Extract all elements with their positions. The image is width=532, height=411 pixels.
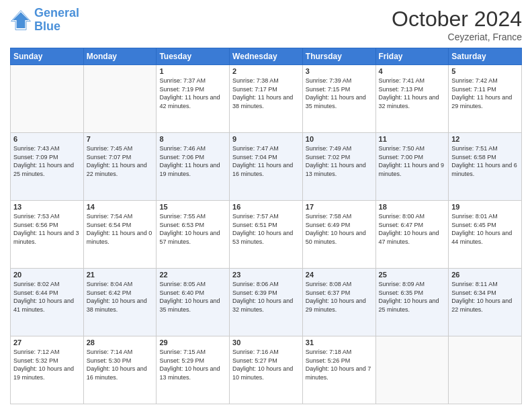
sunrise: Sunrise: 8:02 AM: [13, 281, 60, 287]
sunrise: Sunrise: 8:09 AM: [379, 281, 425, 287]
daylight: Daylight: 11 hours and 22 minutes.: [87, 162, 147, 177]
week-row-1: 1Sunrise: 7:37 AMSunset: 7:19 PMDaylight…: [11, 65, 522, 133]
daylight: Daylight: 11 hours and 42 minutes.: [159, 94, 220, 109]
daylight: Daylight: 10 hours and 7 minutes.: [306, 365, 371, 381]
sunset: Sunset: 7:11 PM: [451, 86, 496, 93]
sunrise: Sunrise: 7:37 AM: [159, 77, 206, 84]
sunrise: Sunrise: 7:14 AM: [87, 349, 133, 355]
calendar-cell: [449, 336, 522, 404]
sunrise: Sunrise: 7:12 AM: [13, 349, 60, 355]
day-number: 4: [379, 67, 446, 75]
calendar-cell: 3Sunrise: 7:39 AMSunset: 7:15 PMDaylight…: [302, 65, 375, 133]
calendar-cell: 20Sunrise: 8:02 AMSunset: 6:44 PMDayligh…: [11, 269, 84, 336]
calendar-cell: 30Sunrise: 7:16 AMSunset: 5:27 PMDayligh…: [230, 336, 303, 404]
day-info: Sunrise: 7:55 AMSunset: 6:53 PMDaylight:…: [159, 212, 226, 246]
location: Ceyzeriat, France: [392, 32, 522, 42]
day-number: 6: [13, 135, 81, 143]
sunrise: Sunrise: 7:55 AM: [159, 213, 206, 220]
sunrise: Sunrise: 8:06 AM: [232, 281, 279, 287]
day-info: Sunrise: 7:16 AMSunset: 5:27 PMDaylight:…: [232, 348, 300, 381]
day-info: Sunrise: 7:51 AMSunset: 6:58 PMDaylight:…: [451, 144, 519, 178]
sunrise: Sunrise: 7:16 AM: [232, 349, 279, 355]
day-number: 9: [232, 135, 300, 143]
sunset: Sunset: 6:54 PM: [87, 222, 132, 228]
calendar-cell: 9Sunrise: 7:47 AMSunset: 7:04 PMDaylight…: [230, 133, 303, 201]
day-info: Sunrise: 7:54 AMSunset: 6:54 PMDaylight:…: [87, 212, 154, 246]
calendar-cell: 7Sunrise: 7:45 AMSunset: 7:07 PMDaylight…: [83, 133, 157, 201]
day-number: 30: [232, 338, 300, 347]
daylight: Daylight: 10 hours and 35 minutes.: [159, 298, 220, 313]
day-number: 3: [306, 67, 373, 75]
day-number: 29: [159, 338, 226, 347]
daylight: Daylight: 10 hours and 44 minutes.: [451, 230, 512, 245]
day-info: Sunrise: 7:38 AMSunset: 7:17 PMDaylight:…: [232, 77, 300, 110]
title-block: October 2024 Ceyzeriat, France: [392, 7, 522, 42]
day-number: 13: [13, 203, 81, 211]
logo-icon: [10, 9, 32, 31]
week-row-3: 13Sunrise: 7:53 AMSunset: 6:56 PMDayligh…: [11, 201, 522, 269]
daylight: Daylight: 11 hours and 0 minutes.: [87, 230, 152, 245]
sunrise: Sunrise: 7:47 AM: [232, 145, 279, 152]
daylight: Daylight: 11 hours and 29 minutes.: [451, 94, 512, 109]
calendar-cell: 26Sunrise: 8:11 AMSunset: 6:34 PMDayligh…: [449, 269, 522, 336]
day-info: Sunrise: 7:39 AMSunset: 7:15 PMDaylight:…: [306, 77, 373, 110]
sunrise: Sunrise: 7:54 AM: [87, 213, 133, 220]
daylight: Daylight: 11 hours and 6 minutes.: [451, 162, 517, 177]
calendar-cell: 21Sunrise: 8:04 AMSunset: 6:42 PMDayligh…: [83, 269, 157, 336]
day-info: Sunrise: 7:53 AMSunset: 6:56 PMDaylight:…: [13, 212, 81, 246]
week-row-2: 6Sunrise: 7:43 AMSunset: 7:09 PMDaylight…: [11, 133, 522, 201]
sunrise: Sunrise: 7:41 AM: [379, 77, 425, 84]
daylight: Daylight: 10 hours and 32 minutes.: [232, 298, 293, 313]
calendar-cell: 28Sunrise: 7:14 AMSunset: 5:30 PMDayligh…: [83, 336, 157, 404]
sunrise: Sunrise: 7:46 AM: [159, 145, 206, 152]
sunrise: Sunrise: 7:53 AM: [13, 213, 60, 220]
day-number: 31: [306, 338, 373, 347]
sunset: Sunset: 7:19 PM: [159, 86, 204, 93]
sunrise: Sunrise: 8:01 AM: [451, 213, 498, 220]
weekday-header-thursday: Thursday: [302, 48, 375, 65]
logo-text: General Blue: [34, 7, 79, 34]
calendar: SundayMondayTuesdayWednesdayThursdayFrid…: [10, 48, 522, 404]
day-number: 1: [159, 67, 226, 75]
day-info: Sunrise: 8:00 AMSunset: 6:47 PMDaylight:…: [379, 212, 446, 246]
day-number: 11: [379, 135, 446, 143]
sunrise: Sunrise: 7:51 AM: [451, 145, 498, 152]
daylight: Daylight: 10 hours and 10 minutes.: [232, 365, 293, 381]
sunset: Sunset: 6:37 PM: [306, 289, 351, 296]
calendar-cell: 16Sunrise: 7:57 AMSunset: 6:51 PMDayligh…: [230, 201, 303, 269]
calendar-cell: 1Sunrise: 7:37 AMSunset: 7:19 PMDaylight…: [157, 65, 230, 133]
daylight: Daylight: 10 hours and 13 minutes.: [159, 365, 220, 381]
day-info: Sunrise: 8:11 AMSunset: 6:34 PMDaylight:…: [451, 280, 519, 314]
calendar-cell: 22Sunrise: 8:05 AMSunset: 6:40 PMDayligh…: [157, 269, 230, 336]
day-number: 27: [13, 338, 81, 347]
sunset: Sunset: 6:39 PM: [232, 289, 277, 296]
daylight: Daylight: 10 hours and 19 minutes.: [13, 365, 74, 381]
day-number: 28: [87, 338, 154, 347]
sunrise: Sunrise: 7:39 AM: [306, 77, 352, 84]
day-number: 22: [159, 271, 226, 279]
calendar-cell: 2Sunrise: 7:38 AMSunset: 7:17 PMDaylight…: [230, 65, 303, 133]
day-info: Sunrise: 7:42 AMSunset: 7:11 PMDaylight:…: [451, 77, 519, 110]
sunset: Sunset: 7:07 PM: [87, 154, 132, 161]
sunset: Sunset: 7:17 PM: [232, 86, 277, 93]
sunrise: Sunrise: 7:58 AM: [306, 213, 352, 220]
daylight: Daylight: 11 hours and 38 minutes.: [232, 94, 293, 109]
day-number: 8: [159, 135, 226, 143]
day-number: 17: [306, 203, 373, 211]
calendar-cell: 18Sunrise: 8:00 AMSunset: 6:47 PMDayligh…: [375, 201, 449, 269]
day-info: Sunrise: 7:37 AMSunset: 7:19 PMDaylight:…: [159, 77, 226, 110]
day-number: 7: [87, 135, 154, 143]
sunset: Sunset: 7:02 PM: [306, 154, 351, 161]
weekday-header-monday: Monday: [83, 48, 157, 65]
sunset: Sunset: 6:58 PM: [451, 154, 496, 161]
week-row-4: 20Sunrise: 8:02 AMSunset: 6:44 PMDayligh…: [11, 269, 522, 336]
day-number: 10: [306, 135, 373, 143]
sunset: Sunset: 6:47 PM: [379, 222, 424, 228]
daylight: Daylight: 11 hours and 3 minutes.: [13, 230, 79, 245]
daylight: Daylight: 11 hours and 16 minutes.: [232, 162, 293, 177]
day-info: Sunrise: 7:49 AMSunset: 7:02 PMDaylight:…: [306, 144, 373, 178]
day-info: Sunrise: 8:02 AMSunset: 6:44 PMDaylight:…: [13, 280, 81, 314]
calendar-cell: [11, 65, 84, 133]
daylight: Daylight: 10 hours and 47 minutes.: [379, 230, 439, 245]
logo-blue: Blue: [34, 19, 60, 33]
